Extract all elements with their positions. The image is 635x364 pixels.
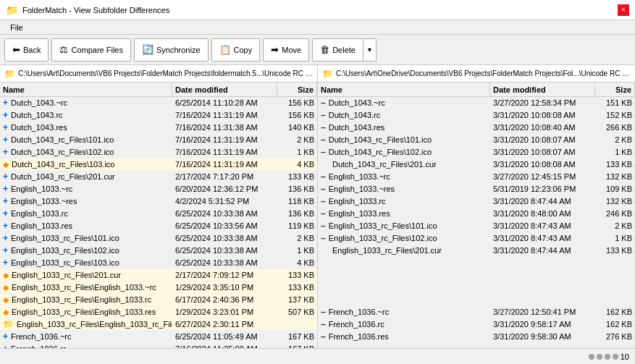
table-row[interactable]: – English_1033.res 3/31/2020 8:48:00 AM … (318, 208, 635, 220)
table-row[interactable] (318, 282, 635, 294)
table-row[interactable]: + French_1036.~rc 6/25/2024 11:05:49 AM … (0, 331, 317, 343)
file-size-cell: 132 KB (595, 197, 635, 206)
file-name-cell: + French_1036.~rc (0, 331, 172, 342)
back-icon: ⬅ (12, 44, 20, 55)
plus-icon: + (3, 196, 8, 206)
table-row[interactable]: ◆ English_1033_rc_Files\201.cur 2/17/202… (0, 269, 317, 282)
table-row[interactable]: + English_1033_rc_Files\101.ico 6/25/202… (0, 232, 317, 245)
blank-icon (321, 246, 329, 255)
file-name-cell (318, 258, 490, 267)
menu-file[interactable]: File (6, 23, 28, 32)
right-col-name-header[interactable]: Name (318, 82, 490, 96)
table-row[interactable]: ◆ English_1033_rc_Files\English_1033.rc … (0, 294, 317, 306)
table-row[interactable]: ◆ English_1033_rc_Files\English_1033.res… (0, 306, 317, 318)
table-row[interactable]: 📁 English_1033_rc_Files\English_1033_rc_… (0, 318, 317, 331)
table-row[interactable] (318, 269, 635, 282)
synchronize-button[interactable]: 🔄 Synchronize (134, 38, 209, 62)
table-row[interactable]: English_1033_rc_Files\201.cur 3/31/2020 … (318, 245, 635, 257)
table-row[interactable]: + English_1033.~rc 6/20/2024 12:36:12 PM… (0, 183, 317, 195)
file-date-cell: 3/31/2020 10:08:07 AM (490, 148, 595, 156)
table-row[interactable]: – English_1033_rc_Files\102.ico 3/31/202… (318, 232, 635, 245)
table-row[interactable]: + English_1033.~res 4/2/2024 5:31:52 PM … (0, 195, 317, 208)
left-path-folder-icon: 📁 (4, 69, 15, 79)
file-date-cell: 7/16/2024 11:31:19 AM (172, 160, 277, 169)
table-row[interactable] (318, 257, 635, 269)
table-row[interactable]: + French_1036.rc 7/16/2024 11:25:00 AM 1… (0, 343, 317, 348)
blank-icon (321, 271, 329, 279)
move-button[interactable]: ➡ Move (263, 38, 309, 62)
table-row[interactable]: + Dutch_1043_rc_Files\201.cur 2/17/2024 … (0, 171, 317, 183)
table-row[interactable]: + Dutch_1043_rc_Files\102.ico 7/16/2024 … (0, 146, 317, 158)
table-row[interactable]: + Dutch_1043_rc_Files\101.ico 7/16/2024 … (0, 134, 317, 146)
table-row[interactable]: + English_1033_rc_Files\103.ico 6/25/202… (0, 257, 317, 269)
left-path: 📁 C:\Users\Art\Documents\VB6 Projects\Fo… (0, 65, 318, 82)
table-row[interactable]: – English_1033.~res 5/31/2019 12:23:06 P… (318, 183, 635, 195)
file-size-cell: 276 KB (595, 332, 635, 341)
minus-icon: – (321, 233, 326, 243)
file-name-cell: – French_1036.rc (318, 319, 490, 329)
minus-icon: – (321, 221, 326, 231)
table-row[interactable] (318, 294, 635, 306)
file-name-cell: – Dutch_1043_rc_Files\101.ico (318, 135, 490, 145)
file-name-cell: – Dutch_1043.rc (318, 110, 490, 120)
file-size-cell: 140 KB (277, 123, 317, 132)
compare-files-button[interactable]: ⚖ Compare Files (51, 38, 131, 62)
plus-icon: + (3, 331, 8, 342)
back-button[interactable]: ⬅ Back (4, 38, 49, 62)
table-row[interactable]: + English_1033.rc 6/25/2024 10:33:38 AM … (0, 208, 317, 220)
file-name-cell: ◆ English_1033_rc_Files\English_1033.res (0, 308, 172, 317)
table-row[interactable]: Dutch_1043_rc_Files\201.cur 3/31/2020 10… (318, 158, 635, 171)
table-row[interactable]: – Dutch_1043.res 3/31/2020 10:08:40 AM 2… (318, 122, 635, 134)
table-row[interactable]: – Dutch_1043.rc 3/31/2020 10:08:08 AM 15… (318, 109, 635, 122)
file-size-cell: 156 KB (277, 111, 317, 119)
file-size-cell: 136 KB (277, 209, 317, 218)
delete-button[interactable]: 🗑 Delete (312, 38, 363, 62)
left-panel-scroll[interactable]: + Dutch_1043.~rc 6/25/2014 11:10:28 AM 1… (0, 97, 317, 348)
table-row[interactable]: – Dutch_1043_rc_Files\102.ico 3/31/2020 … (318, 146, 635, 158)
file-size-cell: 246 KB (595, 209, 635, 218)
move-button-group: ➡ Move (263, 38, 309, 62)
table-row[interactable]: – Dutch_1043_rc_Files\101.ico 3/31/2020 … (318, 134, 635, 146)
table-row[interactable]: – Dutch_1043.~rc 3/27/2020 12:58:34 PM 1… (318, 97, 635, 109)
compare-icon: ⚖ (59, 44, 68, 55)
table-row[interactable]: ◆ English_1033_rc_Files\English_1033.~rc… (0, 282, 317, 294)
minus-icon: – (321, 110, 326, 120)
left-col-date-header[interactable]: Date modified (172, 82, 277, 96)
copy-button[interactable]: 📋 Copy (211, 38, 261, 62)
table-row[interactable]: – French_1036.rc 3/31/2020 9:58:17 AM 16… (318, 318, 635, 331)
diff-icon: ◆ (3, 295, 9, 305)
scroll-number: 10 (621, 352, 629, 361)
plus-icon: + (3, 221, 8, 231)
table-row[interactable]: + English_1033.res 6/25/2024 10:33:56 AM… (0, 220, 317, 232)
table-row[interactable]: ◆ Dutch_1043_rc_Files\103.ico 7/16/2024 … (0, 158, 317, 171)
table-row[interactable]: – English_1033.rc 3/31/2020 8:47:44 AM 1… (318, 195, 635, 208)
file-name-cell: + English_1033.~res (0, 196, 172, 206)
file-name-cell: – English_1033_rc_Files\101.ico (318, 221, 490, 231)
left-col-size-header[interactable]: Size (277, 82, 317, 96)
blank-icon (321, 258, 329, 267)
file-name-cell: – English_1033.~rc (318, 172, 490, 182)
file-name-cell: ◆ Dutch_1043_rc_Files\103.ico (0, 160, 172, 169)
table-row[interactable]: + Dutch_1043.res 7/16/2024 11:31:38 AM 1… (0, 122, 317, 134)
minus-icon: – (321, 147, 326, 157)
close-button[interactable]: × (618, 4, 629, 16)
file-name-cell: – Dutch_1043.res (318, 122, 490, 132)
right-col-size-header[interactable]: Size (595, 82, 635, 96)
file-date-cell: 2/17/2024 7:17:20 PM (172, 172, 277, 181)
table-row[interactable]: + Dutch_1043.~rc 6/25/2014 11:10:28 AM 1… (0, 97, 317, 109)
plus-icon: + (3, 98, 8, 108)
table-row[interactable]: – French_1036.res 3/31/2020 9:58:30 AM 2… (318, 331, 635, 343)
file-size-cell: 133 KB (277, 283, 317, 292)
table-row[interactable]: + English_1033_rc_Files\102.ico 6/25/202… (0, 245, 317, 257)
left-col-name-header[interactable]: Name (0, 82, 172, 96)
delete-dropdown-button[interactable]: ▼ (363, 38, 377, 62)
table-row[interactable]: + Dutch_1043.rc 7/16/2024 11:31:19 AM 15… (0, 109, 317, 122)
right-col-date-header[interactable]: Date modified (490, 82, 595, 96)
right-panel-scroll[interactable]: – Dutch_1043.~rc 3/27/2020 12:58:34 PM 1… (318, 97, 635, 348)
minus-icon: – (321, 307, 326, 317)
folder-icon: 📁 (3, 319, 14, 329)
table-row[interactable]: – English_1033_rc_Files\101.ico 3/31/202… (318, 220, 635, 232)
right-path-text: C:\Users\Art\OneDrive\Documents\VB6 Proj… (336, 69, 631, 77)
table-row[interactable]: – English_1033.~rc 3/27/2020 12:45:15 PM… (318, 171, 635, 183)
table-row[interactable]: – French_1036.~rc 3/27/2020 12:50:41 PM … (318, 306, 635, 318)
